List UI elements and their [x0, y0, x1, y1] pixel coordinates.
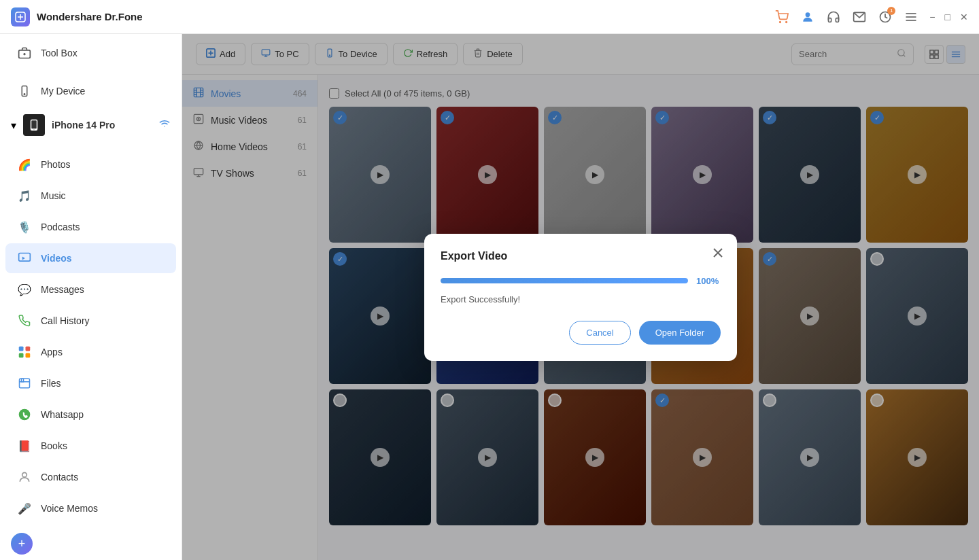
export-dialog: Export Video 100% Export Successfully! C…: [424, 234, 737, 361]
books-icon: 📕: [16, 438, 33, 454]
toolbox-section: Tool Box: [0, 34, 182, 72]
cart-icon[interactable]: [774, 10, 789, 24]
dialog-title: Export Video: [441, 250, 721, 262]
svg-point-4: [786, 21, 787, 22]
svg-point-27: [22, 472, 27, 477]
podcasts-icon: 🎙️: [16, 219, 33, 235]
svg-point-15: [24, 94, 25, 95]
voice-memos-label: Voice Memos: [41, 503, 98, 514]
sidebar-item-books[interactable]: 📕 Books: [5, 431, 176, 461]
call-history-label: Call History: [41, 315, 90, 326]
photos-label: Photos: [41, 159, 71, 170]
device-section: My Device ▾ iPhone 14 Pro: [0, 72, 182, 145]
sidebar-item-music[interactable]: 🎵 Music: [5, 181, 176, 211]
voice-memos-icon: 🎤: [16, 500, 33, 517]
svg-rect-21: [26, 347, 31, 351]
messages-label: Messages: [41, 284, 84, 295]
close-button[interactable]: ✕: [960, 12, 968, 22]
books-label: Books: [41, 440, 67, 451]
sidebar-item-podcasts[interactable]: 🎙️ Podcasts: [5, 212, 176, 242]
whatsapp-icon: [16, 406, 33, 423]
device-name: iPhone 14 Pro: [52, 120, 115, 130]
svg-rect-19: [19, 253, 31, 262]
svg-rect-22: [19, 353, 24, 358]
sidebar-item-whatsapp[interactable]: Whatsapp: [5, 400, 176, 430]
svg-point-5: [806, 12, 810, 17]
sidebar: Tool Box My Device ▾ iPhone 14 Pro: [0, 34, 182, 560]
support-icon[interactable]: [826, 10, 841, 24]
titlebar-icons: 1: [774, 10, 918, 24]
toolbox-label: Tool Box: [41, 48, 78, 58]
videos-label: Videos: [41, 253, 72, 264]
files-icon: [16, 375, 33, 391]
svg-point-18: [33, 129, 34, 130]
sidebar-item-messages[interactable]: 💬 Messages: [5, 275, 176, 304]
device-expand-chevron[interactable]: ▾: [11, 119, 16, 132]
progress-bar-fill: [441, 278, 688, 283]
svg-point-3: [780, 21, 781, 22]
my-device-label: My Device: [41, 86, 85, 97]
progress-bar-bg: [441, 278, 688, 283]
progress-percent: 100%: [696, 276, 721, 286]
sidebar-item-toolbox[interactable]: Tool Box: [5, 38, 176, 68]
music-label: Music: [41, 190, 66, 201]
videos-icon: [16, 250, 33, 266]
sidebar-item-contacts[interactable]: Contacts: [5, 462, 176, 492]
sidebar-item-mydevice[interactable]: My Device: [5, 76, 176, 106]
dialog-actions: Cancel Open Folder: [441, 321, 721, 345]
podcasts-label: Podcasts: [41, 222, 80, 232]
main-layout: Tool Box My Device ▾ iPhone 14 Pro: [0, 34, 979, 560]
content-area: Add To PC To Device Refresh: [182, 34, 979, 560]
mail-icon[interactable]: [852, 10, 867, 24]
svg-rect-25: [22, 379, 24, 382]
apps-label: Apps: [41, 347, 63, 357]
app-logo: [11, 7, 30, 27]
add-button[interactable]: +: [11, 533, 33, 555]
sidebar-item-voice-memos[interactable]: 🎤 Voice Memos: [5, 493, 176, 523]
svg-rect-23: [26, 353, 31, 358]
open-folder-button[interactable]: Open Folder: [639, 321, 721, 345]
whatsapp-label: Whatsapp: [41, 409, 84, 420]
device-info: iPhone 14 Pro: [52, 120, 115, 130]
call-history-icon: [16, 313, 33, 329]
sidebar-bottom: +: [0, 527, 182, 560]
dialog-close-button[interactable]: [710, 245, 726, 261]
sidebar-item-call-history[interactable]: Call History: [5, 306, 176, 336]
minimize-button[interactable]: −: [929, 12, 935, 22]
svg-rect-17: [31, 120, 37, 128]
sidebar-item-apps[interactable]: Apps: [5, 337, 176, 367]
history-icon[interactable]: 1: [878, 10, 893, 24]
my-device-icon: [16, 83, 33, 99]
sidebar-item-files[interactable]: Files: [5, 368, 176, 398]
contacts-icon: [16, 469, 33, 485]
files-label: Files: [41, 378, 61, 389]
export-status: Export Successfully!: [441, 294, 721, 304]
device-header: ▾ iPhone 14 Pro: [0, 107, 182, 143]
sidebar-item-photos[interactable]: 🌈 Photos: [5, 150, 176, 179]
progress-container: 100%: [441, 276, 721, 286]
cancel-button[interactable]: Cancel: [569, 321, 630, 345]
messages-icon: 💬: [16, 281, 33, 298]
music-icon: 🎵: [16, 188, 33, 204]
app-title: Wondershare Dr.Fone: [37, 11, 774, 22]
user-icon[interactable]: [800, 10, 815, 24]
list-icon[interactable]: [904, 10, 918, 24]
nav-section: 🌈 Photos 🎵 Music 🎙️ Podcasts Videos 💬 Me…: [0, 145, 182, 527]
sidebar-item-videos[interactable]: Videos: [5, 243, 176, 273]
photos-icon: 🌈: [16, 156, 33, 173]
wifi-icon: [158, 120, 171, 131]
history-badge: 1: [887, 7, 895, 15]
apps-icon: [16, 344, 33, 360]
svg-rect-20: [19, 347, 24, 351]
titlebar: Wondershare Dr.Fone 1 − □ ✕: [0, 0, 979, 34]
device-phone-icon: [23, 114, 45, 136]
contacts-label: Contacts: [41, 472, 78, 483]
dialog-overlay: Export Video 100% Export Successfully! C…: [182, 34, 979, 560]
toolbox-icon: [16, 45, 33, 61]
window-controls: − □ ✕: [929, 12, 968, 22]
maximize-button[interactable]: □: [945, 12, 950, 22]
